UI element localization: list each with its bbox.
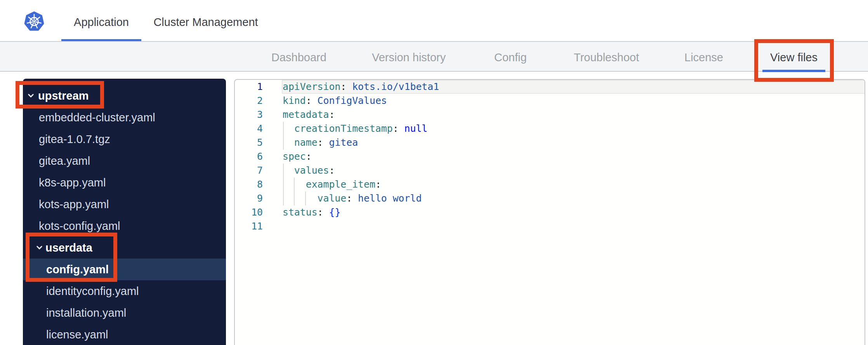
line-number: 3 (235, 108, 263, 122)
token-key: kind (283, 95, 306, 106)
token-val: kots.io/v1beta1 (352, 81, 439, 92)
tree-file-license.yaml[interactable]: license.yaml (23, 324, 226, 345)
token-punc: : (375, 179, 381, 190)
token-kw: null (404, 123, 428, 134)
tree-folder-upstream[interactable]: upstream (23, 85, 226, 107)
tree-file-installation.yaml[interactable]: installation.yaml (23, 302, 226, 324)
line-number: 10 (235, 205, 263, 219)
token-val: ConfigValues (318, 95, 387, 106)
code-content[interactable]: apiVersion: kots.io/v1beta1kind: ConfigV… (283, 80, 439, 233)
token-punc: : (346, 193, 352, 204)
token-punc: : (306, 151, 312, 162)
token-plain (283, 137, 294, 148)
tree-file-identityconfig.yaml[interactable]: identityconfig.yaml (23, 280, 226, 302)
tree-item-label: license.yaml (46, 328, 108, 341)
code-editor[interactable]: 1234567891011 apiVersion: kots.io/v1beta… (234, 79, 865, 345)
app-header: ApplicationCluster Management (0, 0, 868, 41)
token-punc: : (318, 137, 323, 148)
code-line-11 (283, 219, 439, 233)
token-punc: : (329, 109, 335, 120)
header-tab-cluster-management[interactable]: Cluster Management (141, 0, 270, 41)
tree-item-label: kots-config.yaml (39, 220, 120, 233)
header-tab-label: Cluster Management (153, 16, 258, 29)
code-line-4: creationTimestamp: null (283, 122, 439, 136)
code-editor-viewport: 1234567891011 apiVersion: kots.io/v1beta… (235, 80, 865, 345)
token-val: gitea (329, 137, 358, 148)
tree-item-label: k8s-app.yaml (39, 176, 106, 189)
indent-guide (305, 191, 306, 205)
token-plain (323, 207, 329, 218)
line-number: 7 (235, 164, 263, 178)
subnav-tab-dashboard[interactable]: Dashboard (271, 42, 326, 71)
indent-guide (294, 178, 295, 205)
tree-item-label: embedded-cluster.yaml (39, 111, 155, 124)
token-punc: : (306, 95, 312, 106)
file-tree-sidebar: upstreamembedded-cluster.yamlgitea-1.0.7… (23, 79, 226, 345)
token-key: metadata (283, 109, 329, 120)
code-line-2: kind: ConfigValues (283, 94, 439, 108)
tree-item-label: kots-app.yaml (39, 198, 109, 211)
token-plain (352, 193, 358, 204)
chevron-down-icon (36, 246, 42, 250)
subnav-tab-view-files[interactable]: View files (770, 42, 818, 71)
kubernetes-logo-icon (24, 11, 44, 31)
line-number: 6 (235, 150, 263, 164)
token-key: value (318, 193, 347, 204)
tree-file-kots-config.yaml[interactable]: kots-config.yaml (23, 215, 226, 237)
code-line-1: apiVersion: kots.io/v1beta1 (283, 80, 439, 94)
tree-item-label: gitea-1.0.7.tgz (39, 133, 110, 146)
code-line-9: value: hello world (283, 191, 439, 205)
app-subnav: DashboardVersion historyConfigTroublesho… (0, 41, 868, 72)
token-plain (283, 165, 294, 176)
token-key: values (294, 165, 329, 176)
line-number: 11 (235, 219, 263, 233)
line-number-gutter: 1234567891011 (235, 80, 263, 233)
tree-folder-userdata[interactable]: userdata (23, 237, 226, 259)
tree-file-embedded-cluster.yaml[interactable]: embedded-cluster.yaml (23, 107, 226, 128)
indent-guide (283, 122, 284, 150)
tree-file-gitea.yaml[interactable]: gitea.yaml (23, 150, 226, 172)
token-punc: : (340, 81, 346, 92)
token-plain (283, 193, 318, 204)
token-key: status (283, 207, 318, 218)
tree-item-label: config.yaml (46, 263, 109, 276)
line-number: 1 (235, 80, 263, 94)
header-tab-application[interactable]: Application (61, 0, 141, 41)
active-subnav-underline (762, 70, 825, 72)
tree-item-label: upstream (38, 90, 89, 102)
token-plain (346, 81, 352, 92)
line-number: 8 (235, 178, 263, 191)
tree-item-label: installation.yaml (46, 307, 126, 319)
code-line-3: metadata: (283, 108, 439, 122)
tree-file-kots-app.yaml[interactable]: kots-app.yaml (23, 193, 226, 215)
tree-file-config.yaml[interactable]: config.yaml (23, 259, 226, 280)
code-line-6: spec: (283, 150, 439, 164)
token-key: apiVersion (283, 81, 340, 92)
tree-file-gitea-1.0.7.tgz[interactable]: gitea-1.0.7.tgz (23, 128, 226, 150)
token-key: creationTimestamp (294, 123, 393, 134)
chevron-down-icon (28, 94, 34, 98)
code-line-10: status: {} (283, 205, 439, 219)
code-line-8: example_item: (283, 178, 439, 191)
token-val: hello world (358, 193, 422, 204)
token-key: spec (283, 151, 306, 162)
subnav-tab-license[interactable]: License (684, 42, 723, 71)
code-line-7: values: (283, 164, 439, 178)
header-tab-label: Application (74, 16, 129, 29)
line-number: 5 (235, 136, 263, 150)
line-number: 9 (235, 191, 263, 205)
token-key: name (294, 137, 318, 148)
tree-item-label: identityconfig.yaml (46, 285, 139, 298)
subnav-tab-troubleshoot[interactable]: Troubleshoot (574, 42, 639, 71)
token-plain (399, 123, 404, 134)
indent-guide (283, 164, 284, 205)
token-punc: : (393, 123, 399, 134)
token-punc: : (318, 207, 323, 218)
tree-item-label: gitea.yaml (39, 155, 90, 167)
subnav-tab-version-history[interactable]: Version history (372, 42, 446, 71)
code-line-5: name: gitea (283, 136, 439, 150)
tree-file-k8s-app.yaml[interactable]: k8s-app.yaml (23, 172, 226, 193)
line-number: 2 (235, 94, 263, 108)
token-key: example_item (306, 179, 375, 190)
subnav-tab-config[interactable]: Config (494, 42, 527, 71)
